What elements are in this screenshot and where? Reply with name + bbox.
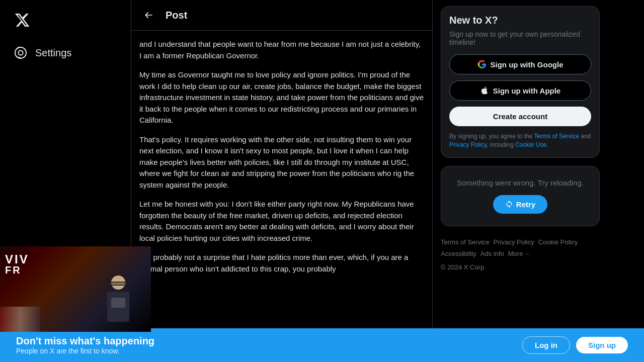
banner-login-button[interactable]: Log in bbox=[522, 336, 570, 354]
retry-label: Retry bbox=[516, 200, 535, 209]
footer-link-ads-info[interactable]: Ads info bbox=[480, 250, 504, 257]
retry-button[interactable]: Retry bbox=[493, 195, 547, 214]
banner-signup-button[interactable]: Sign up bbox=[576, 337, 628, 353]
post-feed: Post and I understand that people want t… bbox=[131, 0, 433, 328]
google-signup-button[interactable]: Sign up with Google bbox=[449, 54, 591, 74]
post-paragraph-2: That's policy. It requires working with … bbox=[139, 134, 424, 191]
post-paragraph-1: My time as Governor taught me to love po… bbox=[139, 69, 424, 126]
terms-prefix: By signing up, you agree to the bbox=[449, 133, 534, 140]
post-header: Post bbox=[131, 0, 432, 31]
video-person-silhouette bbox=[101, 272, 136, 332]
right-sidebar: New to X? Sign up now to get your own pe… bbox=[433, 0, 608, 328]
new-to-x-title: New to X? bbox=[449, 15, 591, 26]
google-signup-label: Sign up with Google bbox=[491, 60, 564, 69]
footer-links: Terms of Service Privacy Policy Cookie P… bbox=[441, 234, 600, 261]
cookie-use-link[interactable]: Cookie Use bbox=[515, 141, 546, 148]
terms-text: By signing up, you agree to the Terms of… bbox=[449, 132, 591, 149]
terms-middle: and bbox=[579, 133, 591, 140]
banner-sub-text: People on X are the first to know. bbox=[16, 347, 154, 355]
footer-link-accessibility[interactable]: Accessibility bbox=[441, 250, 476, 257]
footer-link-terms[interactable]: Terms of Service bbox=[441, 238, 490, 246]
create-account-button[interactable]: Create account bbox=[449, 107, 591, 126]
sidebar-item-settings[interactable]: Settings bbox=[8, 40, 123, 65]
bottom-banner: Don't miss what's happening People on X … bbox=[0, 328, 644, 362]
footer-link-cookie[interactable]: Cookie Policy bbox=[538, 238, 578, 246]
post-paragraph-3: Let me be honest with you: I don't like … bbox=[139, 199, 424, 244]
new-to-x-card: New to X? Sign up now to get your own pe… bbox=[441, 6, 600, 158]
x-logo[interactable] bbox=[8, 6, 123, 36]
banner-main-text: Don't miss what's happening bbox=[16, 335, 154, 347]
apple-signup-label: Sign up with Apple bbox=[493, 86, 560, 95]
post-body: and I understand that people want to hea… bbox=[131, 31, 432, 291]
new-to-x-subtitle: Sign up now to get your own personalized… bbox=[449, 30, 591, 46]
video-text-fr: FR bbox=[5, 264, 22, 276]
terms-of-service-link[interactable]: Terms of Service bbox=[534, 133, 579, 140]
terms-end: . bbox=[546, 141, 548, 148]
post-title: Post bbox=[166, 10, 187, 21]
sidebar-settings-label: Settings bbox=[35, 47, 71, 59]
create-account-label: Create account bbox=[493, 112, 547, 121]
footer-copyright: © 2024 X Corp. bbox=[441, 263, 600, 271]
error-message: Something went wrong. Try reloading. bbox=[449, 178, 591, 187]
video-content: VIV FR bbox=[0, 246, 151, 332]
terms-suffix: , including bbox=[487, 141, 515, 148]
error-card: Something went wrong. Try reloading. Ret… bbox=[441, 166, 600, 226]
footer-link-privacy[interactable]: Privacy Policy bbox=[494, 238, 534, 246]
banner-actions: Log in Sign up bbox=[522, 336, 628, 354]
back-button[interactable] bbox=[139, 6, 157, 24]
footer-link-more[interactable]: More ··· bbox=[508, 250, 530, 257]
post-paragraph-0: and I understand that people want to hea… bbox=[139, 39, 424, 61]
video-thumbnail[interactable]: VIV FR bbox=[0, 246, 151, 332]
post-paragraph-4: It is probably not a surprise that I hat… bbox=[139, 252, 424, 275]
banner-text-block: Don't miss what's happening People on X … bbox=[16, 335, 154, 355]
gear-icon bbox=[14, 46, 27, 59]
apple-signup-button[interactable]: Sign up with Apple bbox=[449, 80, 591, 101]
privacy-policy-link[interactable]: Privacy Policy bbox=[449, 141, 487, 148]
